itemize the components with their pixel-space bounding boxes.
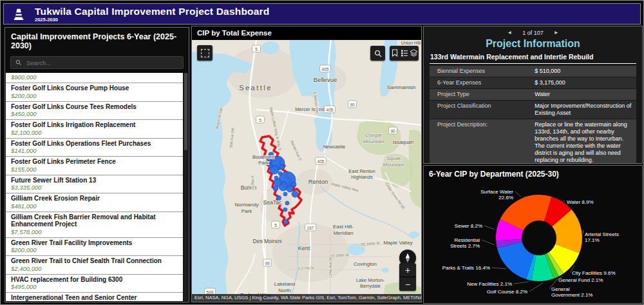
slice-label: GeneralGovernment 2.1% [551,286,592,298]
city-label: Seattle [239,84,272,92]
projects-scrollbar[interactable] [184,73,188,301]
project-amount: $495,000 [11,283,178,290]
street-label: 1st Ave S [251,175,254,190]
list-item[interactable]: Green River Trail Facility Improvements$… [6,238,183,257]
expense-bubble[interactable] [283,192,287,196]
expense-bubble[interactable] [291,182,296,187]
field-value: Replace or line the watermain along 133r… [531,119,636,164]
list-item[interactable]: Future Sewer Lift Station 13$3,335,000 [6,175,183,194]
search-box[interactable] [10,56,184,69]
project-amount: $481,000 [11,202,178,210]
zoom-in-button[interactable]: + [399,263,416,277]
city-label: Newcastle [323,144,346,150]
slice-label: City Facilities 9.6% [572,270,616,276]
slice-label: Water 8.9% [567,199,594,205]
label-leader-line [492,268,506,269]
list-item[interactable]: Foster Golf Links Operations Fleet Purch… [6,139,183,157]
map-widget-button[interactable] [197,45,213,61]
expense-bubble[interactable] [269,164,272,168]
compass-needle-icon [403,253,412,263]
label-leader-line [564,200,565,202]
project-name: Gilliam Creek Fish Barrier Removal and H… [11,213,178,228]
expense-bubble[interactable] [274,179,281,186]
shield-number: 5 [255,47,258,52]
shield-number: 90 [390,129,395,133]
map-canvas[interactable]: SeattleBellevueSammamishMercer IslandNew… [192,40,421,302]
map-attribution: Esri, NASA, NGA, USGS | King County, WA … [192,294,421,302]
city-label: Bellevue [314,76,337,83]
street-label: 124th Ave SE [328,256,332,278]
list-item[interactable]: Gilliam Creek Fish Barrier Removal and H… [6,212,183,238]
field-label: Project Type [430,89,531,100]
bookmarks-button[interactable] [390,46,399,60]
expense-bubble[interactable] [274,176,278,180]
list-item[interactable]: Gilliam Creek Erosion Repair$481,000 [6,193,183,212]
legend-button[interactable] [399,46,409,60]
expense-bubble[interactable] [284,220,289,224]
prev-project-button[interactable]: ◄ [507,30,512,36]
highway-shield: 405 [325,106,336,113]
field-value: Water [531,89,636,100]
expense-bubble[interactable] [279,164,285,170]
list-item[interactable]: Foster Golf Links Perimeter Fence$155,00… [6,157,183,175]
project-amount: $200,000 [11,246,178,253]
city-label: Issaquah [393,139,413,145]
basemap: SeattleBellevueSammamishMercer IslandNew… [192,40,421,302]
pagination: ◄ 1 of 107 ► [430,26,636,36]
expense-bubble[interactable] [285,201,289,205]
slice-label: Sewer 8.2% [455,223,482,229]
expense-bubble[interactable] [292,191,298,197]
lake-union [261,41,279,54]
scrollbar-thumb[interactable] [184,73,187,150]
pagination-label: 1 of 107 [522,30,544,36]
app-header: Tukwila Capital Improvement Project Dash… [3,3,641,25]
layers-button[interactable] [409,46,419,60]
list-item[interactable]: Foster Golf Links Course Tees Remodels$4… [6,102,183,121]
traffic-cone-icon [12,6,26,22]
zoom-out-button[interactable]: − [399,277,416,291]
map-search-button[interactable] [370,46,385,61]
project-amount: $2,400,000 [11,265,178,272]
expense-bubble[interactable] [273,186,278,191]
project-name: Future Sewer Lift Station 13 [11,177,178,184]
project-name: Foster Golf Links Irrigation Replacement [11,121,178,129]
info-panel-title: Project Information [430,36,636,53]
list-item[interactable]: HVAC replacement for Building 6300$495,0… [6,275,183,293]
label-leader-line [484,226,495,230]
dashboard: Tukwila Capital Improvement Project Dash… [0,0,644,305]
highway-shield: 90 [348,101,357,108]
list-item[interactable]: Foster Golf Links Irrigation Replacement… [6,120,183,139]
projects-list-wrap: $900,000Foster Golf Links Course Pump Ho… [6,73,188,301]
shield-number: 99 [265,261,270,266]
list-item[interactable]: Foster Golf Links Course Pump House$200,… [6,83,183,102]
slice-label: Arterial Streets17.1% [585,231,619,243]
city-label: Mercer Island [295,106,324,112]
lake [381,268,389,273]
field-value: $ 510,000 [531,66,636,77]
list-item[interactable]: Green River Trail to Chief Sealth Trail … [6,256,183,275]
field-label: Project Description: [430,119,531,164]
project-name: Intergenerational Teen and Senior Center [11,294,178,301]
label-leader-line [529,283,543,291]
project-name: Gilliam Creek Erosion Repair [11,195,178,202]
field-label: Biennial Expenses [430,66,531,77]
highway-shield: 99 [263,259,272,266]
project-name: Foster Golf Links Perimeter Fence [11,158,178,166]
lake [409,231,419,238]
department-donut-chart: Water 8.9%Arterial Streets17.1%City Faci… [424,179,641,302]
shield-number: 90 [350,103,355,107]
slice-label: Surface Water22.6% [480,189,513,201]
expense-bubble[interactable] [283,208,287,212]
search-input[interactable] [25,59,178,67]
highway-shield: 167 [305,224,316,231]
label-leader-line [583,230,583,234]
list-item[interactable]: $900,000 [6,73,183,83]
field-label: 6-Year Expenses [430,77,531,88]
field-row: Project TypeWater [430,89,636,100]
highway-shield: 5 [256,116,265,123]
next-project-button[interactable]: ► [554,30,559,36]
project-name: Green River Trail Facility Improvements [11,239,178,247]
project-amount: $200,000 [11,92,178,99]
list-item[interactable]: Intergenerational Teen and Senior Center… [6,293,183,301]
city-label: Union Hill- [401,41,421,45]
